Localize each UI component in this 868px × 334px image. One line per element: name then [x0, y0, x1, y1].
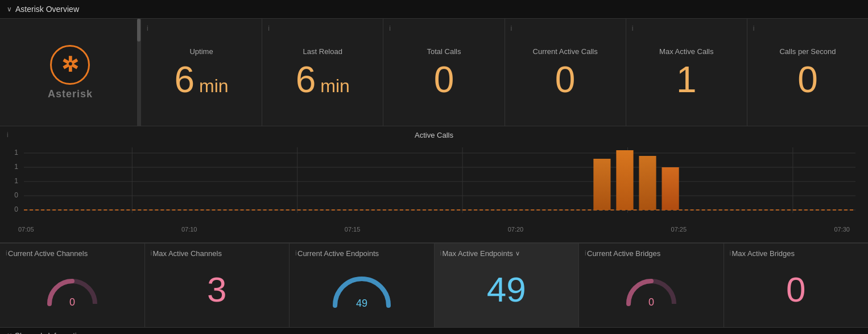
x-label-1: 07:05: [18, 226, 34, 233]
card-current-active-bridges: i Current Active Bridges 0: [579, 243, 724, 327]
gauge-svg-bridges: 0: [623, 273, 680, 307]
svg-rect-16: [593, 159, 610, 210]
info-icon[interactable]: i: [389, 24, 391, 32]
stats-row: ✲ Asterisk i Uptime 6 min i Last Reload …: [0, 19, 868, 126]
card-label-max-active-endpoints[interactable]: Max Active Endpoints ∨: [443, 249, 571, 258]
gauge-current-active-channels: 0: [8, 258, 137, 321]
stat-card-total-calls: i Total Calls 0: [383, 19, 505, 126]
info-icon[interactable]: i: [585, 249, 586, 257]
x-label-2: 07:10: [181, 226, 197, 233]
x-label-4: 07:20: [508, 226, 524, 233]
card-value-max-active-channels: 3: [153, 258, 282, 321]
page-header: ∨ Asterisk Overview: [0, 0, 868, 19]
chart-info-icon[interactable]: i: [7, 131, 9, 139]
active-calls-chart-section: i Active Calls 1 1 1 0 0: [0, 126, 868, 243]
brand-name: Asterisk: [48, 88, 93, 100]
card-current-active-endpoints: i Current Active Endpoints 49: [290, 243, 435, 327]
asterisk-logo: ✲ Asterisk: [48, 45, 93, 100]
card-value-max-active-endpoints: 49: [443, 258, 571, 321]
card-label-max-active-channels: Max Active Channels: [153, 249, 282, 258]
info-icon[interactable]: i: [753, 24, 755, 32]
asterisk-star-icon: ✲: [61, 55, 78, 75]
stat-card-last-reload: i Last Reload 6 min: [262, 19, 383, 126]
card-label-max-active-bridges: Max Active Bridges: [732, 249, 861, 258]
card-label-current-active-bridges: Current Active Bridges: [587, 249, 716, 258]
stat-label-uptime: Uptime: [150, 47, 253, 56]
card-max-active-bridges: i Max Active Bridges 0: [724, 243, 869, 327]
asterisk-icon-circle: ✲: [50, 45, 90, 85]
chart-area: 1 1 1 0 0: [7, 142, 861, 230]
svg-rect-19: [662, 167, 679, 210]
svg-rect-18: [639, 156, 656, 210]
svg-text:1: 1: [14, 149, 18, 156]
svg-text:0: 0: [69, 296, 75, 307]
gauge-svg-channels: 0: [44, 273, 101, 307]
info-icon[interactable]: i: [295, 249, 297, 257]
chart-title: Active Calls: [7, 131, 861, 139]
card-max-active-channels: i Max Active Channels 3: [145, 243, 290, 327]
card-current-active-channels: i Current Active Channels 0: [0, 243, 145, 327]
svg-text:0: 0: [648, 296, 654, 307]
svg-rect-17: [616, 150, 633, 210]
info-icon[interactable]: i: [511, 24, 512, 32]
info-icon[interactable]: i: [632, 24, 634, 32]
info-icon[interactable]: i: [6, 249, 7, 257]
stat-label-calls-per-second: Calls per Second: [757, 47, 859, 56]
bottom-cards-row: i Current Active Channels 0 i Max Active…: [0, 243, 868, 327]
x-label-3: 07:15: [345, 226, 361, 233]
info-icon[interactable]: i: [440, 249, 442, 257]
stat-card-max-active-calls: i Max Active Calls 1: [626, 19, 747, 126]
gauge-current-active-endpoints: 49: [297, 258, 426, 321]
scrollbar[interactable]: [137, 19, 140, 126]
logo-card: ✲ Asterisk: [0, 19, 141, 126]
gauge-current-active-bridges: 0: [587, 258, 716, 321]
scrollbar-thumb[interactable]: [137, 19, 140, 42]
stat-card-calls-per-second: i Calls per Second 0: [747, 19, 868, 126]
card-max-active-endpoints: i Max Active Endpoints ∨ 49: [435, 243, 580, 327]
info-icon[interactable]: i: [268, 24, 270, 32]
info-icon[interactable]: i: [147, 24, 148, 32]
stat-label-total-calls: Total Calls: [392, 47, 495, 56]
x-label-6: 07:30: [834, 226, 850, 233]
chart-svg: 1 1 1 0 0: [7, 142, 861, 224]
card-label-current-active-channels: Current Active Channels: [8, 249, 137, 258]
stat-value-calls-per-second: 0: [757, 61, 859, 98]
card-value-max-active-bridges: 0: [732, 258, 861, 321]
stat-label-last-reload: Last Reload: [271, 47, 374, 56]
gauge-svg-endpoints: 49: [330, 271, 393, 308]
stat-label-current-active-calls: Current Active Calls: [514, 47, 617, 56]
stat-card-current-active-calls: i Current Active Calls 0: [505, 19, 626, 126]
stat-value-total-calls: 0: [392, 61, 495, 98]
svg-text:1: 1: [14, 163, 18, 171]
chevron-down-icon[interactable]: ∨: [515, 250, 520, 257]
card-label-current-active-endpoints: Current Active Endpoints: [297, 249, 426, 258]
collapse-chevron[interactable]: ∨: [7, 5, 12, 13]
info-icon[interactable]: i: [151, 249, 152, 257]
stat-value-uptime: 6 min: [150, 61, 253, 98]
svg-text:49: 49: [356, 298, 367, 308]
svg-text:0: 0: [14, 205, 18, 213]
svg-text:1: 1: [14, 177, 18, 185]
page-title: Asterisk Overview: [15, 5, 79, 14]
stat-value-max-active-calls: 1: [635, 61, 738, 98]
chart-x-labels: 07:05 07:10 07:15 07:20 07:25 07:30: [7, 226, 861, 233]
footer-channels-header[interactable]: ∨ Channels Information: [0, 327, 868, 334]
x-label-5: 07:25: [671, 226, 687, 233]
info-icon[interactable]: i: [730, 249, 731, 257]
footer-label: ∨ Channels Information: [7, 331, 85, 334]
stat-value-last-reload: 6 min: [271, 61, 374, 98]
stat-value-current-active-calls: 0: [514, 61, 617, 98]
svg-text:0: 0: [14, 191, 18, 199]
stat-card-uptime: i Uptime 6 min: [141, 19, 262, 126]
stat-label-max-active-calls: Max Active Calls: [635, 47, 738, 56]
